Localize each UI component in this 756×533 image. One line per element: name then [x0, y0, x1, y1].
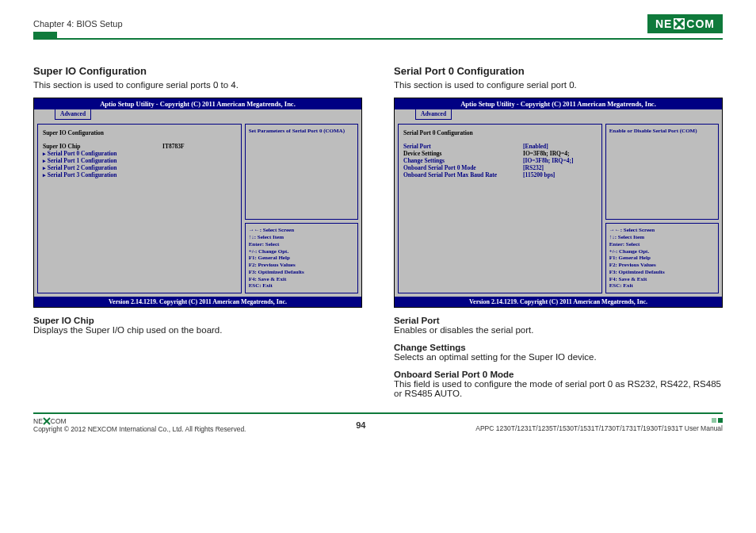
section-subtitle: This section is used to configure serial… — [394, 80, 723, 90]
footer-logo: NECOM — [33, 417, 246, 425]
x-icon — [43, 417, 51, 425]
decor-mark-icon — [712, 418, 716, 423]
bios-setting-row: Onboard Serial Port Max Baud Rate[115200… — [403, 171, 597, 178]
x-icon — [674, 18, 685, 29]
bios-setting-row: Device SettingsIO=3F8h; IRQ=4; — [403, 150, 597, 157]
bios-panel: Aptio Setup Utility - Copyright (C) 2011… — [33, 98, 362, 308]
panel-heading: Super IO Configuration — [43, 129, 236, 136]
chip-row-label: Super IO Chip — [43, 143, 162, 150]
chapter-label: Chapter 4: BIOS Setup — [33, 19, 123, 29]
bios-setting-row: Onboard Serial Port 0 Mode[RS232] — [403, 164, 597, 171]
bios-help-keys: →←: Select Screen ↑↓: Select Item Enter:… — [605, 223, 719, 293]
bios-footer: Version 2.14.1219. Copyright (C) 2011 Am… — [34, 297, 361, 307]
bios-help-keys: →←: Select Screen ↑↓: Select Item Enter:… — [245, 223, 358, 293]
desc-body: Displays the Super I/O chip used on the … — [33, 325, 362, 335]
menu-item: Serial Port 2 Configuration — [43, 164, 236, 171]
decor-mark-icon — [718, 418, 723, 423]
bios-hint: Set Parameters of Serial Port 0 (COMA) — [245, 124, 358, 220]
menu-item: Serial Port 0 Configuration — [43, 150, 236, 157]
bios-tab-advanced: Advanced — [415, 109, 452, 120]
bios-utility-title: Aptio Setup Utility - Copyright (C) 2011… — [34, 98, 361, 109]
bios-panel: Aptio Setup Utility - Copyright (C) 2011… — [394, 98, 723, 308]
section-title: Super IO Configuration — [33, 65, 362, 77]
menu-item: Serial Port 3 Configuration — [43, 171, 236, 178]
desc-title: Change Settings — [394, 343, 723, 352]
desc-title: Serial Port — [394, 316, 723, 325]
page-number: 94 — [356, 420, 365, 430]
desc-body: This field is used to configure the mode… — [394, 379, 723, 398]
desc-title: Super IO Chip — [33, 316, 362, 325]
brand-logo: NECOM — [647, 14, 723, 33]
panel-heading: Serial Port 0 Configuration — [403, 129, 597, 136]
bios-utility-title: Aptio Setup Utility - Copyright (C) 2011… — [395, 98, 722, 109]
desc-body: Enables or disables the serial port. — [394, 325, 723, 335]
bios-setting-row: Serial Port[Enabled] — [403, 143, 597, 150]
manual-text: APPC 1230T/1231T/1235T/1530T/1531T/1730T… — [475, 424, 723, 432]
section-title: Serial Port 0 Configuration — [394, 65, 723, 77]
section-subtitle: This section is used to configure serial… — [33, 80, 362, 90]
bios-hint: Enable or Disable Serial Port (COM) — [605, 124, 719, 220]
bios-tab-advanced: Advanced — [55, 109, 91, 120]
copyright-text: Copyright © 2012 NEXCOM International Co… — [33, 425, 246, 433]
desc-body: Selects an optimal setting for the Super… — [394, 352, 723, 362]
desc-title: Onboard Serial Port 0 Mode — [394, 370, 723, 379]
bios-footer: Version 2.14.1219. Copyright (C) 2011 Am… — [395, 297, 722, 307]
chip-row-value: IT8783F — [162, 143, 236, 150]
bios-setting-row: Change Settings[IO=3F8h; IRQ=4;] — [403, 157, 597, 164]
menu-item: Serial Port 1 Configuration — [43, 157, 236, 164]
